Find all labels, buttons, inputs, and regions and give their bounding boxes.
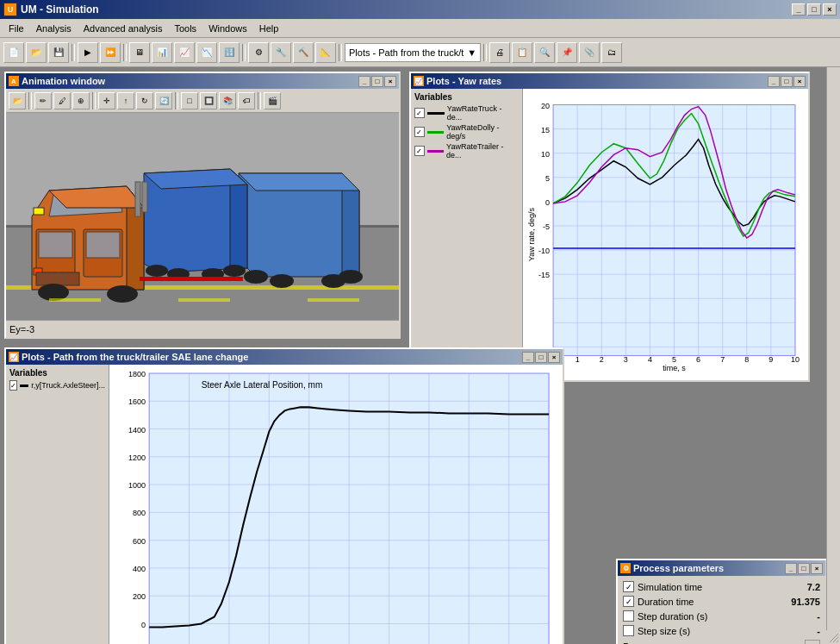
menu-help[interactable]: Help xyxy=(254,22,284,35)
tb-open-button[interactable]: 📂 xyxy=(26,42,47,63)
yaw-plot-area: Variables ✓ YawRateTruck - de... ✓ YawRa… xyxy=(411,89,808,380)
process-window-icon: ⚙ xyxy=(620,563,631,573)
tb-tool3-button[interactable]: 🔨 xyxy=(293,42,314,63)
tb-anim4-button[interactable]: 📉 xyxy=(196,42,217,63)
step-duration-value: - xyxy=(777,611,820,622)
step-duration-checkbox[interactable] xyxy=(623,610,634,622)
path-maximize-button[interactable]: □ xyxy=(535,352,547,363)
tb-tool1-button[interactable]: ⚙ xyxy=(248,42,269,63)
anim-tb7[interactable]: ↻ xyxy=(136,92,153,109)
path-window-title: Plots - Path from the truck/trailer SAE … xyxy=(22,352,248,362)
tb-anim1-button[interactable]: 🖥 xyxy=(129,42,150,63)
tb-save-button[interactable]: 💾 xyxy=(48,42,69,63)
svg-text:-5: -5 xyxy=(543,222,550,231)
minimize-button[interactable]: _ xyxy=(792,3,806,16)
yaw-title-bar[interactable]: 📈 Plots - Yaw rates _ □ × xyxy=(411,73,808,89)
process-step-size-row: Step size (s) - xyxy=(623,625,820,636)
process-step-duration-row: Step duration (s) - xyxy=(623,610,820,622)
process-duration-time-row: ✓ Duration time 91.375 xyxy=(623,596,820,607)
pause-icon[interactable]: ⏸ xyxy=(805,640,820,644)
yaw-legend-item-2: ✓ YawRateTrailer - de... xyxy=(414,142,519,159)
anim-tb3[interactable]: 🖊 xyxy=(53,92,71,109)
anim-status-text: Ey=-3 xyxy=(9,324,34,335)
tb-extra2-button[interactable]: 📋 xyxy=(512,42,532,63)
step-size-label: Step size (s) xyxy=(638,626,774,636)
menu-windows[interactable]: Windows xyxy=(203,22,252,35)
tb-sep1 xyxy=(71,42,76,63)
duration-time-checkbox[interactable]: ✓ xyxy=(623,596,634,607)
anim-minimize-button[interactable]: _ xyxy=(358,76,370,87)
tb-anim3-button[interactable]: 📈 xyxy=(174,42,195,63)
tb-extra1-button[interactable]: 🖨 xyxy=(489,42,510,63)
yaw-check-1[interactable]: ✓ xyxy=(414,127,425,137)
process-title-bar[interactable]: ⚙ Process parameters _ □ × xyxy=(618,560,825,576)
tb-sep2 xyxy=(122,42,128,63)
anim-tb4[interactable]: ⊕ xyxy=(72,92,90,109)
sim-time-label: Simulation time xyxy=(638,582,774,592)
anim-tb1[interactable]: 📂 xyxy=(9,92,26,109)
sim-time-checkbox[interactable]: ✓ xyxy=(623,581,634,592)
svg-rect-29 xyxy=(49,298,101,302)
tb-sep4 xyxy=(338,42,343,63)
svg-text:5: 5 xyxy=(672,355,676,364)
yaw-check-2[interactable]: ✓ xyxy=(414,146,425,156)
anim-tb2[interactable]: ✏ xyxy=(34,92,52,109)
menu-file[interactable]: File xyxy=(3,22,29,35)
svg-text:2: 2 xyxy=(600,355,604,364)
tb-extra4-button[interactable]: 📌 xyxy=(557,42,577,63)
tb-extra6-button[interactable]: 🗂 xyxy=(601,42,622,63)
yaw-maximize-button[interactable]: □ xyxy=(781,76,793,87)
process-sim-time-row: ✓ Simulation time 7.2 xyxy=(623,581,820,592)
toolbar-dropdown[interactable]: Plots - Path from the truck/t ▼ xyxy=(345,43,481,62)
tb-new-button[interactable]: 📄 xyxy=(3,42,24,63)
tb-anim2-button[interactable]: 📊 xyxy=(152,42,172,63)
svg-rect-15 xyxy=(86,232,120,258)
tb-tool4-button[interactable]: 📐 xyxy=(315,42,336,63)
anim-status-bar: Ey=-3 xyxy=(6,320,399,337)
close-button[interactable]: × xyxy=(823,3,837,16)
anim-tb6[interactable]: ↑ xyxy=(117,92,134,109)
process-minimize-button[interactable]: _ xyxy=(785,563,797,574)
path-minimize-button[interactable]: _ xyxy=(522,352,534,363)
anim-tb10[interactable]: 🔲 xyxy=(200,92,217,109)
yaw-close-button[interactable]: × xyxy=(793,76,806,87)
tb-step-button[interactable]: ⏩ xyxy=(100,42,121,63)
step-size-checkbox[interactable] xyxy=(623,625,634,636)
anim-close-button[interactable]: × xyxy=(384,76,396,87)
anim-maximize-button[interactable]: □ xyxy=(371,76,383,87)
anim-tb5[interactable]: ✛ xyxy=(98,92,115,109)
anim-tb11[interactable]: 📚 xyxy=(219,92,236,109)
anim-tb13[interactable]: 🎬 xyxy=(264,92,281,109)
path-close-button[interactable]: × xyxy=(548,352,560,363)
process-maximize-button[interactable]: □ xyxy=(798,563,810,574)
anim-tb12[interactable]: 🏷 xyxy=(238,92,255,109)
svg-rect-30 xyxy=(178,298,230,302)
process-window-title: Process parameters xyxy=(633,563,724,573)
svg-rect-14 xyxy=(39,232,72,258)
path-title-bar[interactable]: 📈 Plots - Path from the truck/trailer SA… xyxy=(6,349,563,365)
yaw-check-0[interactable]: ✓ xyxy=(414,108,425,118)
step-size-value: - xyxy=(777,626,820,636)
svg-text:Steer Axle Lateral Position, m: Steer Axle Lateral Position, mm xyxy=(202,380,323,390)
menu-tools[interactable]: Tools xyxy=(169,22,202,35)
tb-extra3-button[interactable]: 🔍 xyxy=(534,42,555,63)
svg-text:6: 6 xyxy=(696,355,700,364)
menu-analysis[interactable]: Analysis xyxy=(31,22,77,35)
anim-tb8[interactable]: 🔄 xyxy=(155,92,172,109)
dropdown-arrow[interactable]: ▼ xyxy=(467,47,476,58)
process-close-button[interactable]: × xyxy=(811,563,823,574)
toolbar: 📄 📂 💾 ▶ ⏩ 🖥 📊 📈 📉 🔢 ⚙ 🔧 🔨 📐 Plots - Path… xyxy=(0,38,840,67)
yaw-minimize-button[interactable]: _ xyxy=(768,76,780,87)
tb-extra5-button[interactable]: 📎 xyxy=(579,42,600,63)
anim-tb9[interactable]: □ xyxy=(181,92,198,109)
tb-anim5-button[interactable]: 🔢 xyxy=(219,42,240,63)
animation-title-bar[interactable]: A Animation window _ □ × xyxy=(6,73,399,89)
tb-tool2-button[interactable]: 🔧 xyxy=(271,42,291,63)
tb-play-button[interactable]: ▶ xyxy=(78,42,98,63)
yaw-color-2 xyxy=(427,150,444,153)
duration-time-label: Duration time xyxy=(638,597,774,607)
menu-advanced[interactable]: Advanced analysis xyxy=(78,22,168,35)
maximize-button[interactable]: □ xyxy=(807,3,821,16)
main-scrollbar[interactable] xyxy=(826,67,840,644)
path-check-0[interactable]: ✓ xyxy=(9,380,17,391)
